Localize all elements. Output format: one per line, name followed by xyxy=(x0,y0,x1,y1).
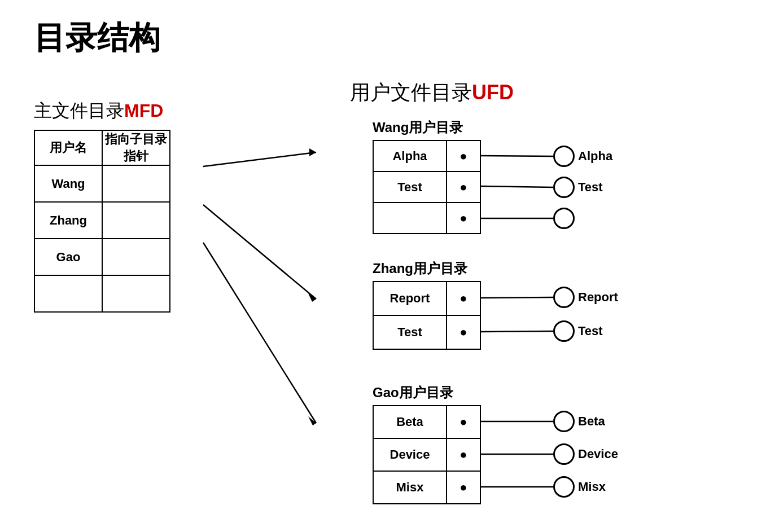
wang-ufd-label: Wang用户目录 xyxy=(373,118,463,137)
svg-line-9 xyxy=(481,297,553,298)
gao-file-misx: Misx xyxy=(373,471,447,504)
ufd-main-label: 用户文件目录UFD xyxy=(350,79,514,107)
zhang-ufd-label: Zhang用户目录 xyxy=(373,260,467,278)
zhang-ptr-report: ● xyxy=(447,282,480,315)
gao-file-device: Device xyxy=(373,438,447,471)
gao-file-beta: Beta xyxy=(373,406,447,438)
ufd-main-label-prefix: 用户文件目录 xyxy=(350,81,472,104)
gao-ptr-beta: ● xyxy=(447,406,480,438)
label-wang-test: Test xyxy=(578,180,603,195)
mfd-cell-zhang-ptr xyxy=(102,202,170,239)
mfd-row-wang: Wang xyxy=(34,165,102,202)
mfd-row-gao: Gao xyxy=(34,239,102,275)
mfd-table: 用户名 指向子目录指针 Wang Zhang Gao xyxy=(34,130,170,313)
svg-marker-3 xyxy=(308,293,316,302)
svg-line-2 xyxy=(203,205,316,299)
gao-ptr-misx: ● xyxy=(447,471,480,504)
circle-wang-test xyxy=(553,177,575,198)
mfd-label-accent: MFD xyxy=(124,100,163,121)
zhang-file-test: Test xyxy=(373,315,447,349)
circle-wang-alpha xyxy=(553,146,575,167)
mfd-cell-empty-ptr xyxy=(102,275,170,312)
mfd-header-username: 用户名 xyxy=(34,130,102,165)
page-title: 目录结构 xyxy=(34,17,160,60)
svg-line-7 xyxy=(481,186,553,187)
label-gao-beta: Beta xyxy=(578,414,605,429)
label-wang-alpha: Alpha xyxy=(578,149,612,164)
circle-gao-beta xyxy=(553,411,575,432)
circle-zhang-test xyxy=(553,320,575,342)
circle-wang-empty xyxy=(553,208,575,229)
svg-marker-1 xyxy=(309,148,316,156)
ufd-main-label-accent: UFD xyxy=(472,81,514,104)
mfd-row-empty xyxy=(34,275,102,312)
mfd-header-pointer: 指向子目录指针 xyxy=(102,130,170,165)
wang-ptr-alpha: ● xyxy=(447,140,480,172)
mfd-row-zhang: Zhang xyxy=(34,202,102,239)
mfd-label: 主文件目录MFD xyxy=(34,99,163,124)
circle-gao-misx xyxy=(553,476,575,498)
mfd-cell-gao-ptr xyxy=(102,239,170,275)
mfd-cell-wang-ptr xyxy=(102,165,170,202)
mfd-label-prefix: 主文件目录 xyxy=(34,100,124,121)
label-gao-device: Device xyxy=(578,447,618,461)
gao-ptr-device: ● xyxy=(447,438,480,471)
gao-ufd-label: Gao用户目录 xyxy=(373,384,453,402)
label-zhang-test: Test xyxy=(578,324,603,338)
wang-ufd-table: Alpha ● Test ● ● xyxy=(373,140,481,234)
zhang-ufd-table: Report ● Test ● xyxy=(373,281,481,350)
wang-ptr-test: ● xyxy=(447,172,480,203)
circle-gao-device xyxy=(553,443,575,465)
zhang-ptr-test: ● xyxy=(447,315,480,349)
zhang-file-report: Report xyxy=(373,282,447,315)
wang-ptr-empty: ● xyxy=(447,203,480,234)
svg-line-4 xyxy=(203,243,316,423)
svg-line-0 xyxy=(203,152,316,166)
wang-file-alpha: Alpha xyxy=(373,140,447,172)
svg-line-6 xyxy=(481,156,553,156)
gao-ufd-table: Beta ● Device ● Misx ● xyxy=(373,405,481,504)
label-gao-misx: Misx xyxy=(578,480,606,494)
wang-file-empty xyxy=(373,203,447,234)
svg-marker-5 xyxy=(308,416,316,425)
label-zhang-report: Report xyxy=(578,290,618,305)
svg-line-10 xyxy=(481,331,553,332)
wang-file-test: Test xyxy=(373,172,447,203)
circle-zhang-report xyxy=(553,287,575,308)
